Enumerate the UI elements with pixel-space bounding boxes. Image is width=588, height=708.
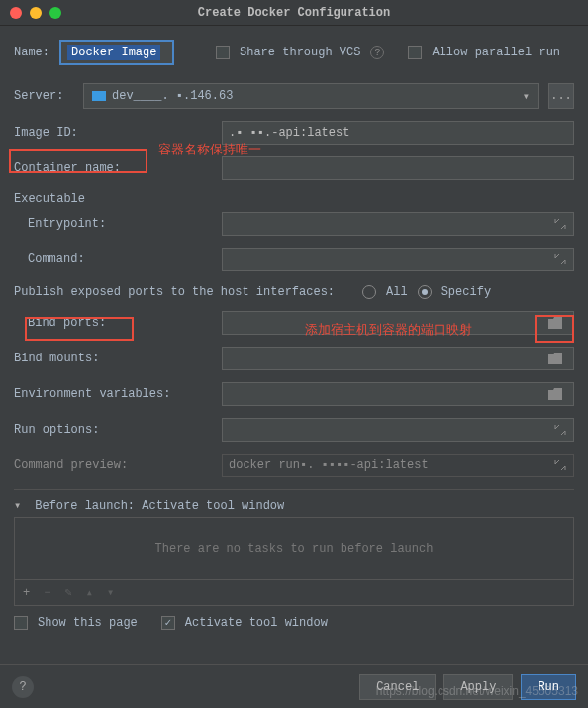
- window-title: Create Docker Configuration: [198, 6, 390, 20]
- image-id-input[interactable]: .▪ ▪▪.-api:latest: [222, 121, 574, 145]
- share-vcs-checkbox[interactable]: [216, 46, 230, 59]
- chevron-down-icon[interactable]: ▾: [14, 498, 21, 513]
- show-this-page-checkbox[interactable]: [14, 616, 28, 630]
- close-window-button[interactable]: [10, 7, 22, 19]
- folder-icon[interactable]: [543, 388, 567, 400]
- command-input[interactable]: [222, 248, 574, 271]
- executable-section-title: Executable: [14, 192, 85, 206]
- radio-specify-label: Specify: [441, 285, 491, 299]
- command-label: Command:: [28, 253, 212, 266]
- watermark: https://blog.csdn.net/weixin_45505313: [376, 684, 578, 698]
- expand-icon[interactable]: [553, 423, 567, 437]
- docker-icon: [92, 91, 106, 101]
- name-input[interactable]: Docker Image: [59, 40, 174, 65]
- env-vars-input[interactable]: [222, 382, 574, 406]
- publish-ports-label: Publish exposed ports to the host interf…: [14, 285, 335, 299]
- activate-tool-window-label: Activate tool window: [185, 616, 328, 630]
- activate-tool-window-checkbox[interactable]: [161, 616, 175, 630]
- allow-parallel-checkbox[interactable]: [408, 46, 422, 59]
- container-name-input[interactable]: [222, 156, 574, 180]
- move-down-button: ▾: [107, 585, 114, 600]
- bind-ports-input[interactable]: [222, 311, 574, 335]
- before-launch-title: Before launch: Activate tool window: [35, 499, 284, 513]
- bind-mounts-label: Bind mounts:: [14, 352, 212, 365]
- env-vars-label: Environment variables:: [14, 387, 212, 401]
- expand-icon[interactable]: [553, 458, 567, 472]
- server-value: dev____. ▪.146.63: [112, 89, 233, 103]
- titlebar: Create Docker Configuration: [0, 0, 588, 26]
- before-launch-panel: There are no tasks to run before launch …: [14, 517, 574, 606]
- radio-all[interactable]: [362, 285, 376, 299]
- image-id-label: Image ID:: [14, 126, 212, 140]
- command-preview-value: docker run▪. ▪▪▪▪-api:latest: [229, 458, 429, 472]
- add-task-button[interactable]: +: [23, 586, 30, 600]
- edit-task-button: ✎: [64, 585, 71, 600]
- expand-icon[interactable]: [553, 217, 567, 231]
- help-button[interactable]: ?: [12, 676, 34, 698]
- command-preview-field: docker run▪. ▪▪▪▪-api:latest: [222, 454, 574, 477]
- help-icon[interactable]: ?: [370, 46, 384, 59]
- bind-mounts-input[interactable]: [222, 347, 574, 370]
- image-id-value: .▪ ▪▪.-api:latest: [229, 126, 349, 140]
- share-vcs-label: Share through VCS: [240, 46, 360, 59]
- folder-icon[interactable]: [543, 353, 567, 364]
- container-name-label: Container name:: [14, 161, 212, 175]
- server-more-button[interactable]: ...: [548, 83, 574, 109]
- maximize-window-button[interactable]: [49, 7, 61, 19]
- folder-icon[interactable]: [543, 317, 567, 329]
- minimize-window-button[interactable]: [30, 7, 42, 19]
- radio-specify[interactable]: [418, 285, 432, 299]
- before-launch-empty: There are no tasks to run before launch: [15, 518, 573, 579]
- run-options-label: Run options:: [14, 423, 212, 437]
- show-this-page-label: Show this page: [38, 616, 138, 630]
- server-select[interactable]: dev____. ▪.146.63: [83, 83, 539, 109]
- radio-all-label: All: [386, 285, 408, 299]
- command-preview-label: Command preview:: [14, 458, 212, 472]
- move-up-button: ▴: [86, 585, 93, 600]
- allow-parallel-label: Allow parallel run: [432, 46, 560, 59]
- entrypoint-input[interactable]: [222, 212, 574, 236]
- server-label: Server:: [14, 89, 73, 103]
- remove-task-button: −: [44, 586, 50, 600]
- name-value: Docker Image: [67, 45, 160, 60]
- expand-icon[interactable]: [553, 253, 567, 266]
- run-options-input[interactable]: [222, 418, 574, 442]
- entrypoint-label: Entrypoint:: [28, 217, 212, 231]
- bind-ports-label: Bind ports:: [28, 316, 212, 330]
- name-label: Name:: [14, 46, 49, 59]
